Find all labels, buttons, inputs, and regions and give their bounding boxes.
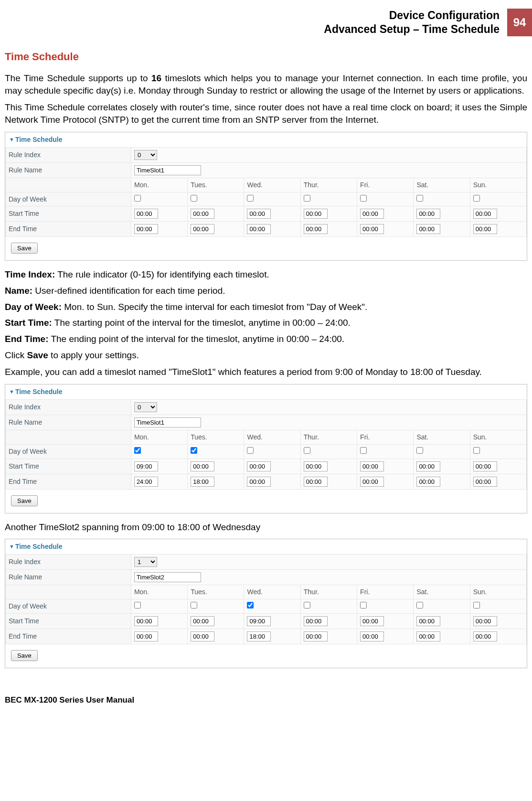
end-time-input[interactable] — [247, 224, 271, 234]
day-header: Sat. — [414, 585, 470, 599]
day-header: Tues. — [188, 178, 244, 192]
day-checkbox[interactable] — [134, 447, 141, 454]
end-time-input[interactable] — [247, 631, 271, 641]
end-time-input[interactable] — [191, 631, 214, 641]
start-time-input[interactable] — [191, 461, 214, 471]
day-checkbox[interactable] — [304, 602, 310, 609]
day-checkbox[interactable] — [247, 602, 254, 609]
intro-paragraph-1: The Time Schedule supports up to 16 time… — [5, 72, 527, 96]
start-time-input[interactable] — [134, 209, 158, 219]
start-time-input[interactable] — [360, 616, 384, 626]
end-time-input[interactable] — [134, 631, 158, 641]
day-checkbox[interactable] — [473, 602, 480, 609]
def-time-index: Time Index: The rule indicator (0-15) fo… — [5, 268, 527, 281]
day-header: Sat. — [414, 430, 470, 444]
end-time-input[interactable] — [191, 477, 214, 487]
start-time-input[interactable] — [473, 209, 497, 219]
end-time-input[interactable] — [473, 477, 497, 487]
end-time-input[interactable] — [473, 631, 497, 641]
end-time-input[interactable] — [416, 631, 440, 641]
time-schedule-panel: ▼ Time Schedule Rule Index 0 Rule Name M… — [5, 384, 527, 513]
time-schedule-panel: ▼ Time Schedule Rule Index 1 Rule Name M… — [5, 539, 527, 668]
start-time-input[interactable] — [360, 209, 384, 219]
end-time-input[interactable] — [134, 224, 158, 234]
day-header: Fri. — [357, 178, 414, 192]
day-header: Thur. — [300, 585, 357, 599]
day-checkbox[interactable] — [191, 602, 197, 609]
end-time-input[interactable] — [191, 224, 214, 234]
day-checkbox[interactable] — [416, 602, 423, 609]
start-time-input[interactable] — [134, 616, 158, 626]
rule-name-input[interactable] — [134, 572, 201, 582]
day-checkbox[interactable] — [473, 195, 480, 202]
day-checkbox[interactable] — [191, 447, 197, 454]
end-time-input[interactable] — [416, 477, 440, 487]
save-button[interactable]: Save — [11, 650, 38, 661]
label-rule-index: Rule Index — [6, 147, 131, 162]
rule-index-select[interactable]: 0 — [134, 150, 157, 160]
start-time-input[interactable] — [473, 616, 497, 626]
header-line-2: Advanced Setup – Time Schedule — [324, 23, 500, 35]
day-header: Sun. — [470, 178, 526, 192]
end-time-input[interactable] — [304, 224, 328, 234]
end-time-input[interactable] — [247, 477, 271, 487]
day-checkbox[interactable] — [191, 195, 197, 202]
day-checkbox[interactable] — [304, 195, 310, 202]
end-time-input[interactable] — [416, 224, 440, 234]
day-checkbox[interactable] — [416, 195, 423, 202]
start-time-input[interactable] — [191, 209, 214, 219]
rule-index-select[interactable]: 0 — [134, 402, 157, 412]
day-checkbox[interactable] — [473, 447, 480, 454]
label-end-time: End Time — [6, 474, 131, 489]
end-time-input[interactable] — [473, 224, 497, 234]
day-checkbox[interactable] — [360, 195, 367, 202]
day-checkbox[interactable] — [134, 195, 141, 202]
label-day-of-week: Day of Week — [6, 192, 131, 206]
def-start-time: Start Time: The starting point of the in… — [5, 317, 527, 329]
end-time-input[interactable] — [304, 477, 328, 487]
end-time-input[interactable] — [360, 631, 384, 641]
page-footer: BEC MX-1200 Series User Manual — [0, 676, 532, 714]
rule-index-select[interactable]: 1 — [134, 557, 157, 567]
day-header: Wed. — [244, 585, 300, 599]
day-header: Wed. — [244, 178, 300, 192]
day-checkbox[interactable] — [416, 447, 423, 454]
def-name: Name: User-defined identification for ea… — [5, 285, 527, 297]
save-button[interactable]: Save — [11, 495, 38, 506]
end-time-input[interactable] — [134, 477, 158, 487]
start-time-input[interactable] — [416, 616, 440, 626]
start-time-input[interactable] — [304, 461, 328, 471]
start-time-input[interactable] — [473, 461, 497, 471]
start-time-input[interactable] — [360, 461, 384, 471]
day-header: Wed. — [244, 430, 300, 444]
collapse-icon: ▼ — [9, 543, 14, 550]
day-checkbox[interactable] — [247, 447, 254, 454]
def-end-time: End Time: The ending point of the interv… — [5, 333, 527, 345]
start-time-input[interactable] — [247, 616, 271, 626]
header-line-1: Device Configuration — [389, 9, 500, 21]
start-time-input[interactable] — [247, 209, 271, 219]
start-time-input[interactable] — [416, 209, 440, 219]
start-time-input[interactable] — [304, 209, 328, 219]
day-checkbox[interactable] — [247, 195, 254, 202]
label-rule-name: Rule Name — [6, 415, 131, 430]
day-checkbox[interactable] — [134, 602, 141, 609]
start-time-input[interactable] — [247, 461, 271, 471]
day-checkbox[interactable] — [360, 602, 367, 609]
start-time-input[interactable] — [416, 461, 440, 471]
start-time-input[interactable] — [191, 616, 214, 626]
day-checkbox[interactable] — [304, 447, 310, 454]
label-start-time: Start Time — [6, 459, 131, 474]
start-time-input[interactable] — [304, 616, 328, 626]
end-time-input[interactable] — [360, 477, 384, 487]
day-header: Fri. — [357, 430, 414, 444]
end-time-input[interactable] — [304, 631, 328, 641]
rule-name-input[interactable] — [134, 165, 201, 175]
save-button[interactable]: Save — [11, 243, 38, 254]
start-time-input[interactable] — [134, 461, 158, 471]
rule-name-input[interactable] — [134, 417, 201, 427]
day-header: Mon. — [131, 178, 187, 192]
end-time-input[interactable] — [360, 224, 384, 234]
page-header: Device Configuration Advanced Setup – Ti… — [0, 0, 532, 41]
day-checkbox[interactable] — [360, 447, 367, 454]
